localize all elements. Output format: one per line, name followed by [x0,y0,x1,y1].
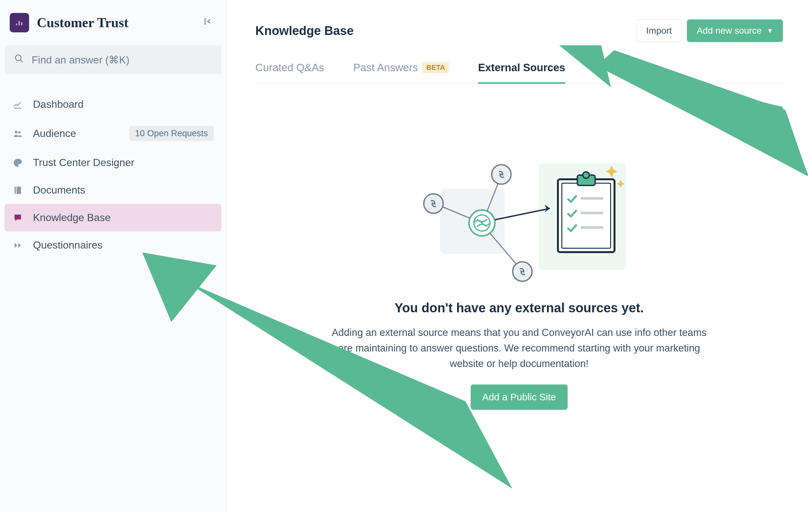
sidebar-item-trust-center-designer[interactable]: Trust Center Designer [4,149,222,177]
sidebar-item-label: Dashboard [33,99,214,110]
chart-icon [12,99,23,110]
tab-label: Curated Q&As [255,61,324,74]
page-title: Knowledge Base [255,24,354,38]
collapse-sidebar-button[interactable] [201,14,216,32]
palette-icon [12,157,23,168]
empty-state: You don't have any external sources yet.… [255,103,783,410]
tab-external-sources[interactable]: External Sources [478,58,566,83]
sidebar-item-label: Documents [33,184,214,196]
open-requests-badge: 10 Open Requests [129,126,214,141]
empty-illustration [403,152,636,288]
empty-state-title: You don't have any external sources yet. [394,301,644,315]
sidebar-item-label: Questionnaires [33,239,214,251]
svg-rect-12 [581,226,603,229]
sidebar-item-audience[interactable]: Audience 10 Open Requests [4,118,222,149]
svg-point-1 [15,130,18,133]
svg-point-0 [16,55,21,61]
chat-icon [12,212,23,223]
svg-rect-11 [581,212,603,214]
search-icon [14,54,24,66]
add-new-source-label: Add new source [697,26,761,36]
svg-rect-10 [581,197,603,200]
svg-point-9 [583,172,589,178]
import-button[interactable]: Import [636,20,682,42]
tabs: Curated Q&As Past Answers BETA External … [255,58,783,84]
caret-down-icon: ▼ [767,27,773,35]
add-public-site-button[interactable]: Add a Public Site [471,384,568,410]
add-new-source-button[interactable]: Add new source ▼ [687,20,783,42]
svg-rect-3 [16,186,17,194]
tab-past-answers[interactable]: Past Answers BETA [353,58,449,83]
sidebar-item-dashboard[interactable]: Dashboard [4,90,222,118]
sidebar-item-label: Trust Center Designer [33,157,214,169]
sidebar-header: Customer Trust [0,10,226,45]
book-icon [12,185,23,196]
search-placeholder: Find an answer (⌘K) [32,54,129,66]
fast-forward-icon [12,240,23,251]
sidebar-item-documents[interactable]: Documents [4,177,222,204]
beta-badge: BETA [423,62,449,73]
users-icon [12,128,23,139]
sidebar-item-knowledge-base[interactable]: Knowledge Base [4,204,222,232]
brand-logo-icon [10,13,29,32]
header-actions: Import Add new source ▼ [636,20,783,42]
sidebar: Customer Trust Find an answer (⌘K) [0,0,226,512]
tab-label: Past Answers [353,61,418,74]
brand: Customer Trust [10,13,129,32]
sidebar-item-questionnaires[interactable]: Questionnaires [4,232,222,259]
empty-state-body: Adding an external source means that you… [328,325,710,372]
brand-title: Customer Trust [37,15,129,30]
sidebar-item-label: Knowledge Base [33,212,214,224]
search-input[interactable]: Find an answer (⌘K) [4,45,222,75]
sidebar-nav: Dashboard Audience 10 Open Requests Trus… [0,87,226,262]
tab-label: External Sources [478,61,566,74]
svg-point-2 [19,131,21,133]
sidebar-item-label: Audience [33,128,120,139]
main-header: Knowledge Base Import Add new source ▼ [255,20,783,42]
main-content: Knowledge Base Import Add new source ▼ C… [226,0,812,512]
tab-curated-qas[interactable]: Curated Q&As [255,58,324,83]
